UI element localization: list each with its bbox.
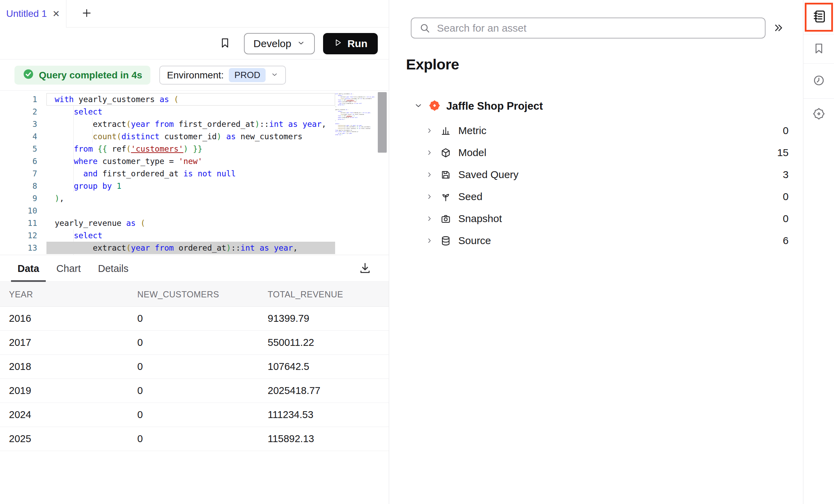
tree-item-metric[interactable]: Metric0 [389, 120, 803, 142]
code-line-6: 6 where customer_type = 'new' [0, 155, 335, 167]
project-name: Jaffle Shop Project [446, 100, 543, 112]
download-icon [359, 262, 372, 276]
right-icon-rail [803, 0, 834, 504]
table-cell: 2025418.77 [268, 385, 389, 396]
tree-item-source[interactable]: Source6 [389, 230, 803, 252]
table-cell: 2025 [9, 433, 137, 445]
tab-label: Untitled 1 [6, 8, 47, 19]
code-line-3: 3 extract(year from first_ordered_at)::i… [0, 118, 335, 130]
bookmark-button[interactable] [219, 37, 231, 50]
table-cell: 2024 [9, 409, 137, 420]
develop-dropdown-button[interactable]: Develop [244, 33, 315, 54]
collapse-panel-button[interactable] [770, 20, 787, 36]
table-row: 20180107642.5 [0, 355, 389, 379]
chevron-down-icon [297, 38, 305, 50]
line-number: 12 [0, 229, 37, 242]
develop-label: Develop [254, 38, 291, 50]
line-number: 1 [0, 93, 37, 106]
tree-item-count: 15 [777, 147, 789, 158]
run-button[interactable]: Run [323, 33, 378, 54]
catalog-icon [812, 9, 826, 25]
tree-item-label: Model [458, 147, 486, 158]
tree-item-label: Snapshot [458, 213, 502, 224]
code-text [46, 205, 335, 217]
tree-item-label: Source [458, 235, 491, 246]
table-cell: 91399.79 [268, 313, 389, 324]
code-line-12: 12 select [0, 229, 335, 242]
chevron-down-icon [271, 70, 278, 81]
chevron-right-icon[interactable] [426, 149, 433, 156]
table-cell: 115892.13 [268, 433, 389, 445]
column-header-year: YEAR [9, 289, 137, 299]
bookmarks-panel-button[interactable] [813, 42, 825, 56]
editor-scrollbar[interactable] [377, 91, 387, 255]
tree-item-model[interactable]: Model15 [389, 142, 803, 164]
dbt-panel-button[interactable] [813, 108, 825, 121]
table-row: 201902025418.77 [0, 379, 389, 403]
tree-item-count: 3 [783, 169, 789, 180]
code-lines: 1with yearly_customers as (2 select3 ext… [0, 93, 335, 254]
tab-close-icon[interactable]: ✕ [52, 9, 60, 18]
table-cell: 0 [137, 433, 268, 445]
catalog-panel-button-active[interactable] [805, 3, 833, 32]
line-number: 7 [0, 167, 37, 180]
asset-tree: Metric0Model15Saved Query3Seed0Snapshot0… [389, 120, 803, 252]
history-panel-button[interactable] [813, 74, 825, 88]
tab-chart[interactable]: Chart [56, 255, 81, 282]
double-chevron-right-icon [772, 21, 785, 35]
results-tab-bar: Data Chart Details [0, 255, 389, 282]
code-text: from {{ ref('customers') }} [46, 143, 335, 155]
download-results-button[interactable] [359, 262, 372, 276]
code-text: count(distinct customer_id) as new_custo… [46, 130, 335, 143]
code-text: extract(year from ordered_at)::int as ye… [46, 242, 335, 254]
code-line-4: 4 count(distinct customer_id) as new_cus… [0, 130, 335, 143]
dbt-logo-icon [428, 99, 441, 113]
line-number: 3 [0, 118, 37, 130]
table-row: 2016091399.79 [0, 307, 389, 331]
rail-cell-dbt [803, 99, 834, 130]
minimap-line: order by 1 [335, 134, 375, 136]
tab-details[interactable]: Details [98, 255, 129, 282]
tree-item-count: 6 [783, 235, 789, 246]
metric-icon [440, 125, 451, 136]
bookmark-icon [219, 37, 231, 50]
line-number: 8 [0, 180, 37, 192]
tree-item-count: 0 [783, 125, 789, 136]
line-number: 11 [0, 217, 37, 229]
code-line-10: 10 [0, 205, 335, 217]
table-cell: 2018 [9, 361, 137, 372]
tree-root-jaffle-shop-project[interactable]: Jaffle Shop Project [414, 97, 543, 115]
chevron-right-icon[interactable] [426, 215, 433, 222]
chevron-down-icon[interactable] [414, 101, 423, 111]
environment-selector[interactable]: Environment: PROD [159, 66, 286, 85]
environment-label: Environment: [167, 70, 224, 81]
table-row: 20170550011.22 [0, 331, 389, 355]
rail-cell-bookmarks [803, 34, 834, 64]
chevron-right-icon[interactable] [426, 193, 433, 200]
code-text: with yearly_customers as ( [46, 93, 335, 106]
results-table-header: YEAR NEW_CUSTOMERS TOTAL_REVENUE [0, 282, 389, 307]
tree-item-snapshot[interactable]: Snapshot0 [389, 208, 803, 230]
dbt-outline-icon [813, 108, 825, 121]
environment-value-badge: PROD [229, 68, 266, 82]
tree-item-label: Metric [458, 125, 486, 136]
editor-minimap[interactable]: with yearly_customers as ( select extrac… [335, 93, 375, 251]
scrollbar-thumb[interactable] [378, 92, 387, 153]
chevron-right-icon[interactable] [426, 171, 433, 178]
tree-item-seed[interactable]: Seed0 [389, 186, 803, 208]
table-cell: 111234.53 [268, 409, 389, 420]
line-number: 13 [0, 242, 37, 254]
table-cell: 0 [137, 409, 268, 420]
tree-item-saved-query[interactable]: Saved Query3 [389, 164, 803, 186]
tab-untitled-1[interactable]: Untitled 1 ✕ [0, 0, 66, 28]
snapshot-icon [440, 213, 451, 224]
chevron-right-icon[interactable] [426, 237, 433, 244]
line-number: 5 [0, 143, 37, 155]
line-number: 6 [0, 155, 37, 167]
sql-code-editor[interactable]: 1with yearly_customers as (2 select3 ext… [0, 91, 389, 255]
ide-window: Untitled 1 ✕ Develop Run Query completed… [0, 0, 834, 504]
chevron-right-icon[interactable] [426, 127, 433, 134]
new-tab-button[interactable] [79, 6, 94, 21]
search-input[interactable] [411, 18, 766, 39]
tab-data[interactable]: Data [18, 255, 39, 282]
